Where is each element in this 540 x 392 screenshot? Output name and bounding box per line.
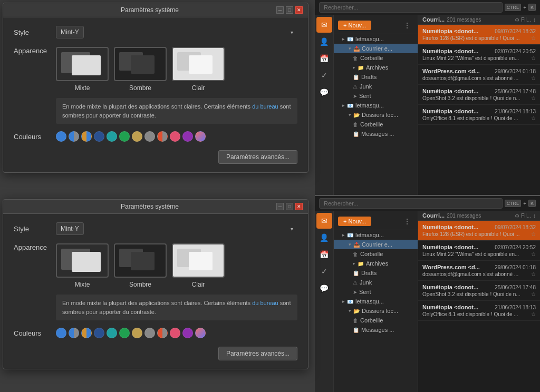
toolbar-more-top[interactable]: ⋮	[401, 19, 413, 32]
folder-messages-top[interactable]: 📋 Messages ...	[334, 129, 418, 139]
appearance-sombre-bottom[interactable]: Sombre	[114, 243, 167, 288]
search-input-bottom[interactable]	[319, 198, 503, 209]
chat-icon-btn-top[interactable]: 💬	[316, 84, 332, 100]
filter-btn-top[interactable]: ⚙ Fil...	[515, 17, 531, 23]
folder-trash2-top[interactable]: 🗑 Corbeille	[334, 120, 418, 129]
mail-icon-btn-top[interactable]: ✉	[316, 17, 332, 33]
folder-local-top[interactable]: ▾ 📂 Dossiers loc...	[334, 110, 418, 120]
msg-item-0-top[interactable]: Numétopia <donot... 09/07/2024 18:32 Fir…	[418, 25, 540, 45]
color-gold-b[interactable]	[132, 328, 142, 338]
folder-sent-bottom[interactable]: ➤ Sent	[334, 287, 418, 297]
folder-archives-bottom[interactable]: ▸ 📁 Archives	[334, 259, 418, 268]
msg-item-1-bottom[interactable]: Numétopia <donot... 02/07/2024 20:52 Lin…	[418, 241, 540, 261]
color-red-grey-b[interactable]	[157, 328, 168, 338]
close-button-bottom[interactable]: ✕	[295, 203, 303, 210]
msg-star-1-bottom[interactable]: ☆	[531, 251, 536, 257]
folder-account1-top[interactable]: ▸ 📧 letmasqu...	[334, 34, 418, 44]
msg-item-4-top[interactable]: Numétopia <donot... 21/06/2024 18:13 Onl…	[418, 105, 540, 125]
msg-star-0-top[interactable]: ☆	[531, 35, 536, 41]
color-purple-b[interactable]	[182, 328, 193, 338]
color-teal[interactable]	[107, 131, 117, 142]
sort-btn-top[interactable]: ↕	[533, 17, 536, 23]
folder-sent-top[interactable]: ➤ Sent	[334, 91, 418, 101]
folder-inbox-top[interactable]: ▾ 📥 Courrier e...	[334, 44, 418, 53]
msg-star-2-bottom[interactable]: ☆	[531, 271, 536, 277]
folder-account2-top[interactable]: ▸ 📧 letmasqu...	[334, 101, 418, 110]
sort-btn-bottom[interactable]: ↕	[533, 213, 536, 219]
chat-icon-btn-bottom[interactable]: 💬	[316, 280, 332, 296]
folder-drafts-bottom[interactable]: 📋 Drafts	[334, 268, 418, 278]
calendar-icon-btn-top[interactable]: 📅	[316, 51, 332, 66]
color-dark-blue[interactable]	[94, 131, 104, 142]
appearance-clair-bottom[interactable]: Clair	[172, 243, 225, 288]
folder-archives-top[interactable]: ▸ 📁 Archives	[334, 63, 418, 72]
tasks-icon-btn-bottom[interactable]: ✓	[316, 263, 332, 279]
color-blue-grey[interactable]	[69, 131, 79, 142]
msg-item-0-bottom[interactable]: Numétopia <donot... 09/07/2024 18:32 Fir…	[418, 221, 540, 241]
folder-junk-top[interactable]: ⚠ Junk	[334, 82, 418, 91]
msg-item-4-bottom[interactable]: Numétopia <donot... 21/06/2024 18:13 Onl…	[418, 301, 540, 321]
color-orange-blue-b[interactable]	[81, 328, 92, 338]
msg-star-0-bottom[interactable]: ☆	[531, 231, 536, 237]
advanced-button-bottom[interactable]: Paramètres avancés...	[218, 347, 297, 360]
color-gradient[interactable]	[195, 131, 206, 142]
toolbar-more-bottom[interactable]: ⋮	[401, 215, 413, 228]
color-gold[interactable]	[132, 131, 142, 142]
color-grey-b[interactable]	[144, 328, 155, 338]
msg-item-3-top[interactable]: Numétopia <donot... 25/06/2024 17:48 Ope…	[418, 85, 540, 105]
color-dark-blue-b[interactable]	[94, 328, 104, 338]
appearance-clair-top[interactable]: Clair	[172, 47, 225, 92]
calendar-icon-btn-bottom[interactable]: 📅	[316, 247, 332, 262]
style-select[interactable]: Mint-Y	[56, 26, 84, 38]
msg-star-4-top[interactable]: ☆	[531, 115, 536, 121]
maximize-button-bottom[interactable]: □	[286, 203, 293, 210]
new-button-bottom[interactable]: + Nouv...	[338, 217, 371, 226]
style-select-bottom[interactable]: Mint-Y	[56, 222, 84, 235]
folder-trash-bottom[interactable]: 🗑 Corbeille	[334, 249, 418, 259]
folder-local-bottom[interactable]: ▾ 📂 Dossiers loc...	[334, 306, 418, 316]
folder-account2-bottom[interactable]: ▸ 📧 letmasqu...	[334, 297, 418, 306]
msg-item-2-top[interactable]: WordPress.com <d... 29/06/2024 01:18 dos…	[418, 65, 540, 85]
msg-star-1-top[interactable]: ☆	[531, 55, 536, 61]
minimize-button-bottom[interactable]: ─	[276, 203, 284, 210]
folder-inbox-bottom[interactable]: ▾ 📥 Courrier e...	[334, 240, 418, 249]
color-blue-grey-b[interactable]	[69, 328, 79, 338]
address-icon-btn-top[interactable]: 👤	[316, 34, 332, 50]
appearance-mixte-bottom[interactable]: Mixte	[56, 243, 109, 288]
folder-trash-top[interactable]: 🗑 Corbeille	[334, 53, 418, 63]
color-blue-b[interactable]	[56, 328, 66, 338]
color-grey[interactable]	[144, 131, 155, 142]
msg-star-4-bottom[interactable]: ☆	[531, 311, 536, 317]
folder-account1-bottom[interactable]: ▸ 📧 letmasqu...	[334, 230, 418, 240]
msg-item-1-top[interactable]: Numétopia <donot... 02/07/2024 20:52 Lin…	[418, 45, 540, 65]
color-orange-blue[interactable]	[81, 131, 92, 142]
msg-star-3-bottom[interactable]: ☆	[531, 291, 536, 297]
msg-item-2-bottom[interactable]: WordPress.com <d... 29/06/2024 01:18 dos…	[418, 261, 540, 281]
msg-star-3-top[interactable]: ☆	[531, 95, 536, 101]
mail-icon-btn-bottom[interactable]: ✉	[316, 213, 332, 229]
color-green-b[interactable]	[119, 328, 130, 338]
msg-star-2-top[interactable]: ☆	[531, 75, 536, 81]
color-pink[interactable]	[170, 131, 180, 142]
appearance-sombre-top[interactable]: Sombre	[114, 47, 167, 92]
color-gradient-b[interactable]	[195, 328, 206, 338]
color-pink-b[interactable]	[170, 328, 180, 338]
folder-junk-bottom[interactable]: ⚠ Junk	[334, 278, 418, 287]
appearance-mixte-top[interactable]: Mixte	[56, 47, 109, 92]
maximize-button-top[interactable]: □	[286, 6, 293, 14]
msg-item-3-bottom[interactable]: Numétopia <donot... 25/06/2024 17:48 Ope…	[418, 281, 540, 301]
new-button-top[interactable]: + Nouv...	[338, 21, 371, 30]
color-green[interactable]	[119, 131, 130, 142]
search-input-top[interactable]	[319, 2, 503, 13]
folder-trash2-bottom[interactable]: 🗑 Corbeille	[334, 316, 418, 325]
advanced-button-top[interactable]: Paramètres avancés...	[218, 150, 297, 164]
color-purple[interactable]	[182, 131, 193, 142]
minimize-button-top[interactable]: ─	[276, 6, 284, 14]
color-teal-b[interactable]	[107, 328, 117, 338]
color-blue[interactable]	[56, 131, 66, 142]
close-button-top[interactable]: ✕	[295, 6, 303, 14]
address-icon-btn-bottom[interactable]: 👤	[316, 230, 332, 246]
color-red-grey[interactable]	[157, 131, 168, 142]
folder-messages-bottom[interactable]: 📋 Messages ...	[334, 325, 418, 335]
tasks-icon-btn-top[interactable]: ✓	[316, 67, 332, 83]
